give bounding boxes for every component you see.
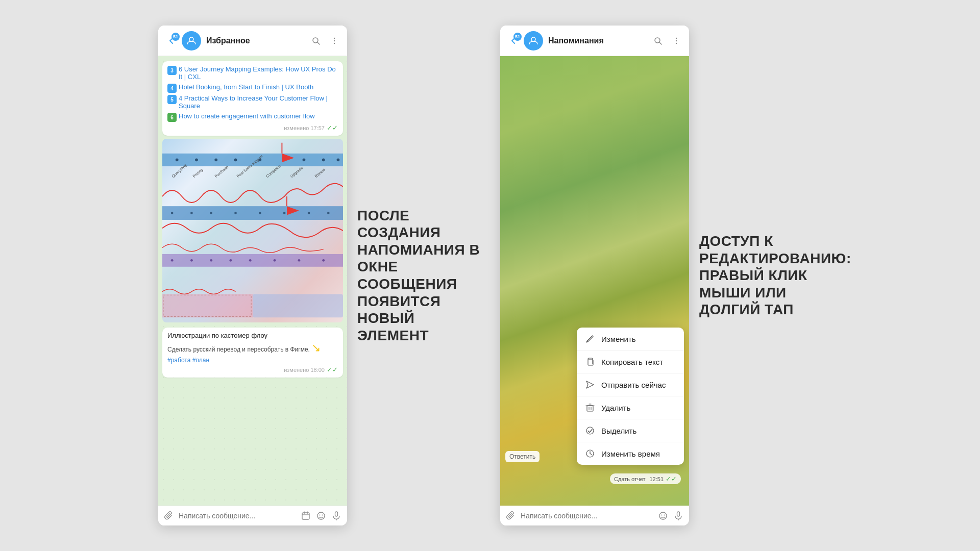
avatar [182,31,201,51]
meta-time-3: изменено 18:00 [284,367,325,373]
svg-point-4 [334,40,335,41]
svg-point-31 [234,212,237,214]
context-item-edit[interactable]: Изменить [577,328,684,350]
svg-point-70 [586,427,594,434]
link-5[interactable]: 4 Practical Ways to Increase Your Custom… [179,94,338,110]
svg-point-35 [327,212,330,214]
middle-annotation-container: ПОСЛЕ СОЗДАНИЯ НАПОМИАНИЯ В ОКНЕ СООБЩЕН… [347,207,500,344]
header-title: Избранное [206,36,310,45]
edit-icon [585,334,595,344]
svg-point-73 [662,515,663,516]
svg-rect-75 [677,512,680,516]
right-annotation-container: ДОСТУП К РЕДАКТИРОВАНИЮ: ПРАВЫЙ КЛИК МЫШ… [689,233,842,318]
link-item-6: 6 How to create engagement with customer… [167,112,338,122]
reply-button[interactable]: Ответить [505,451,540,462]
link-item-4: 4 Hotel Booking, from Start to Finish | … [167,83,338,93]
right-attach-icon[interactable] [505,510,517,521]
right-menu-icon[interactable] [671,35,682,46]
emoji-icon[interactable] [315,510,327,521]
header-icons [310,35,340,46]
menu-icon[interactable] [329,35,340,46]
select-icon [585,425,595,436]
svg-rect-65 [587,406,593,411]
context-item-send[interactable]: Отправить сейчас [577,373,684,396]
right-message-input[interactable] [521,512,653,520]
link-4[interactable]: Hotel Booking, from Start to Finish | UX… [179,83,313,91]
context-item-select[interactable]: Выделить [577,419,684,442]
svg-rect-55 [335,512,338,516]
link-item-5: 5 4 Practical Ways to Increase Your Cust… [167,94,338,111]
svg-point-28 [171,212,174,214]
change-time-icon [585,448,595,459]
right-phone-window: 51 Напоминания Ответить [500,26,689,525]
right-header-icons [652,35,682,46]
right-emoji-icon[interactable] [657,510,669,521]
svg-point-43 [298,259,301,262]
svg-line-2 [317,42,320,44]
context-label-edit: Изменить [601,335,636,343]
tags: #работа #план [167,357,338,364]
svg-point-9 [214,158,217,161]
svg-point-30 [210,212,212,214]
caption-note: Сделать русский перевод и пересобрать в … [167,341,338,355]
svg-point-14 [322,158,325,161]
right-input-bar [500,506,689,525]
link-3[interactable]: 6 User Journey Mapping Examples: How UX … [179,65,338,81]
link-num-4: 4 [167,84,177,93]
right-search-icon[interactable] [652,35,664,46]
context-item-change-time[interactable]: Изменить время [577,442,684,465]
send-icon [585,380,595,390]
right-back-button[interactable]: 51 [507,35,520,47]
caption-bubble: Иллюстрации по кастомер флоу Сделать рус… [162,328,343,378]
svg-point-32 [259,212,261,214]
copy-icon [585,357,595,367]
message-meta-1: изменено 17:57 ✓✓ [167,124,338,132]
svg-point-3 [334,37,335,38]
svg-rect-25 [162,206,343,220]
left-message-input[interactable] [179,512,296,520]
left-input-bar [158,506,347,525]
svg-point-39 [210,259,212,262]
svg-point-34 [308,212,310,214]
check-icon-1: ✓✓ [327,124,338,132]
svg-point-53 [320,515,321,516]
attach-icon[interactable] [163,510,175,521]
badge-count: 51 [172,33,180,41]
context-item-delete[interactable]: Удалить [577,396,684,419]
right-mic-icon[interactable] [673,510,684,521]
svg-point-38 [190,259,193,262]
back-button[interactable]: 51 [165,35,178,47]
left-chat-header: 51 Избранное [158,26,347,56]
context-item-copy[interactable]: Копировать текст [577,350,684,373]
report-btn-label[interactable]: Сдать отчет [614,476,646,482]
svg-text:Pricing: Pricing [192,167,204,179]
svg-point-40 [230,259,232,262]
svg-point-10 [234,158,237,161]
search-icon[interactable] [310,35,322,46]
time-check-icon: ✓✓ [666,475,677,483]
context-label-send: Отправить сейчас [601,381,666,389]
calendar-icon[interactable] [300,510,311,521]
svg-point-33 [283,212,286,214]
svg-point-61 [676,40,677,41]
svg-point-13 [303,158,306,161]
right-avatar [524,31,543,51]
link-6[interactable]: How to create engagement with customer f… [179,112,315,120]
svg-rect-45 [162,294,253,317]
svg-point-74 [664,515,665,516]
right-chat-body: Ответить Изменить Копировать текст [500,56,689,506]
link-num-5: 5 [167,95,177,104]
right-annotation-text: ДОСТУП К РЕДАКТИРОВАНИЮ: ПРАВЫЙ КЛИК МЫШ… [699,233,832,318]
context-label-change-time: Изменить время [601,449,660,458]
svg-point-5 [334,42,335,43]
svg-point-0 [189,37,193,41]
right-chat-header: 51 Напоминания [500,26,689,56]
svg-point-8 [195,158,198,161]
check-icon-3: ✓✓ [327,366,338,373]
mic-icon[interactable] [331,510,342,521]
svg-point-7 [176,158,179,161]
left-phone-window: 51 Избранное 3 6 User Journey Ma [158,26,347,525]
link-item-3: 3 6 User Journey Mapping Examples: How U… [167,65,338,82]
flow-chart-image[interactable]: Query/PoS Pricing Purchase Post Sales su… [162,139,343,322]
svg-line-59 [659,42,662,44]
